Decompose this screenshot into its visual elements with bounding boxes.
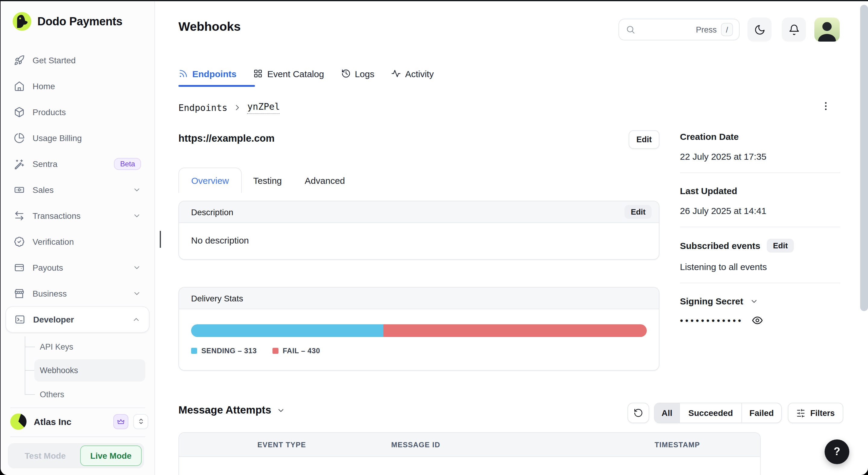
edit-subscribed-events-button[interactable]: Edit — [767, 239, 794, 253]
masked-secret: •••••••••••• — [680, 315, 743, 325]
legend-item-fail: FAIL – 430 — [273, 347, 320, 355]
tab-label: Endpoints — [192, 68, 237, 79]
pie-chart-icon — [14, 132, 25, 143]
description-value: No description — [179, 223, 659, 257]
delivery-stats-legend: SENDING – 313 FAIL – 430 — [191, 347, 647, 355]
chevron-down-icon — [133, 185, 141, 194]
filter-failed-button[interactable]: Failed — [742, 403, 781, 422]
edit-description-button[interactable]: Edit — [625, 205, 652, 219]
notifications-button[interactable] — [782, 18, 806, 41]
sidebar-item-label: Transactions — [33, 211, 81, 220]
chevron-down-icon — [133, 263, 141, 272]
sidebar-item-transactions[interactable]: Transactions — [1, 202, 154, 228]
column-timestamp: TIMESTAMP — [655, 441, 700, 449]
legend-item-sending: SENDING – 313 — [191, 347, 257, 355]
sidebar-subitem-webhooks[interactable]: Webhooks — [34, 359, 145, 382]
brand-logo[interactable]: Dodo Payments — [13, 12, 122, 31]
grid-icon — [253, 69, 263, 78]
magic-wand-icon — [14, 158, 25, 169]
chevron-down-icon[interactable] — [750, 297, 758, 305]
breadcrumb-root[interactable]: Endpoints — [179, 102, 227, 113]
delivery-stats-bar — [191, 324, 647, 337]
moon-icon — [754, 24, 765, 35]
reveal-secret-button[interactable] — [752, 313, 765, 327]
sidebar-item-label: Payouts — [33, 262, 63, 272]
subitem-label: Webhooks — [40, 366, 78, 375]
sidebar-subitem-others[interactable]: Others — [34, 383, 145, 406]
sidebar-item-products[interactable]: Products — [1, 99, 154, 125]
upgrade-plan-button[interactable] — [113, 414, 128, 429]
last-updated-value: 26 July 2025 at 14:41 — [680, 205, 767, 216]
crown-icon — [117, 417, 125, 425]
sidebar-item-label: Get Started — [33, 55, 76, 65]
sidebar-divider — [10, 408, 145, 408]
sidebar-item-sales[interactable]: Sales — [1, 177, 154, 202]
creation-date-label: Creation Date — [680, 131, 739, 141]
search-input[interactable] — [640, 25, 696, 34]
last-updated-label: Last Updated — [680, 186, 737, 196]
sidebar-item-payouts[interactable]: Payouts — [1, 254, 154, 280]
sidebar-item-verification[interactable]: Verification — [1, 228, 154, 254]
org-switcher[interactable]: Atlas Inc — [10, 412, 148, 431]
chevron-down-icon[interactable] — [277, 406, 285, 414]
sidebar-item-label: Developer — [33, 315, 74, 324]
tab-logs[interactable]: Logs — [341, 68, 374, 79]
edit-endpoint-button[interactable]: Edit — [629, 130, 659, 149]
scrollbar-thumb[interactable] — [860, 5, 868, 311]
webhooks-tabs: Endpoints Event Catalog Logs Activity — [179, 63, 434, 84]
sidebar-subitem-api-keys[interactable]: API Keys — [34, 336, 145, 358]
tab-endpoints[interactable]: Endpoints — [179, 68, 237, 79]
subtab-advanced[interactable]: Advanced — [293, 167, 356, 193]
filter-succeeded-button[interactable]: Succeeded — [680, 403, 742, 422]
filters-button[interactable]: Filters — [788, 403, 843, 423]
subtab-testing[interactable]: Testing — [242, 167, 293, 193]
chevron-up-icon — [132, 315, 141, 324]
rail-divider — [680, 283, 840, 283]
sidebar-item-developer[interactable]: Developer — [5, 306, 150, 333]
sidebar-item-business[interactable]: Business — [1, 280, 154, 306]
rocket-icon — [14, 55, 25, 65]
eye-icon — [752, 314, 763, 326]
live-mode-button[interactable]: Live Mode — [80, 445, 142, 466]
endpoint-menu-button[interactable] — [817, 98, 834, 115]
help-button[interactable]: ? — [825, 439, 849, 464]
kebab-menu-icon — [820, 101, 831, 112]
delivery-stats-card: Delivery Stats SENDING – 313 FAIL – 430 — [179, 287, 659, 371]
avatar-photo — [814, 18, 840, 41]
test-mode-button[interactable]: Test Mode — [10, 451, 80, 461]
sidebar-item-usage-billing[interactable]: Usage Billing — [1, 125, 154, 151]
sidebar-item-label: Verification — [33, 236, 74, 246]
message-attempts-text: Message Attempts — [179, 404, 271, 416]
tab-event-catalog[interactable]: Event Catalog — [253, 68, 324, 79]
tree-guide-line — [25, 336, 25, 394]
delivery-stats-title: Delivery Stats — [191, 293, 243, 303]
tab-label: Event Catalog — [267, 68, 324, 79]
org-select-button[interactable] — [133, 414, 148, 429]
sidebar-item-home[interactable]: Home — [1, 73, 154, 99]
beta-badge: Beta — [114, 158, 141, 170]
sidebar-item-sentra[interactable]: Sentra Beta — [1, 151, 154, 177]
fail-swatch — [273, 348, 278, 354]
rail-divider — [680, 227, 840, 227]
swap-arrows-icon — [14, 210, 25, 221]
brand-name: Dodo Payments — [37, 15, 122, 28]
signing-secret-text: Signing Secret — [680, 296, 743, 306]
refresh-button[interactable] — [627, 403, 649, 423]
activity-pulse-icon — [391, 69, 401, 78]
description-card-header: Description Edit — [179, 201, 659, 223]
filter-all-button[interactable]: All — [655, 403, 680, 422]
subtab-overview[interactable]: Overview — [179, 167, 242, 193]
dark-mode-button[interactable] — [747, 18, 772, 41]
user-avatar[interactable] — [814, 18, 840, 41]
chevron-right-icon — [234, 104, 241, 112]
tree-connector — [25, 370, 35, 371]
tab-activity[interactable]: Activity — [391, 68, 434, 79]
breadcrumb: Endpoints ynZPel — [179, 101, 280, 114]
banknote-icon — [14, 184, 25, 195]
legend-label: FAIL – 430 — [283, 347, 320, 355]
storefront-icon — [14, 288, 25, 299]
sidebar-item-get-started[interactable]: Get Started — [1, 47, 154, 73]
global-search[interactable]: Press / — [618, 19, 740, 40]
tab-label: Logs — [355, 68, 374, 79]
mode-toggle: Test Mode Live Mode — [8, 443, 144, 468]
